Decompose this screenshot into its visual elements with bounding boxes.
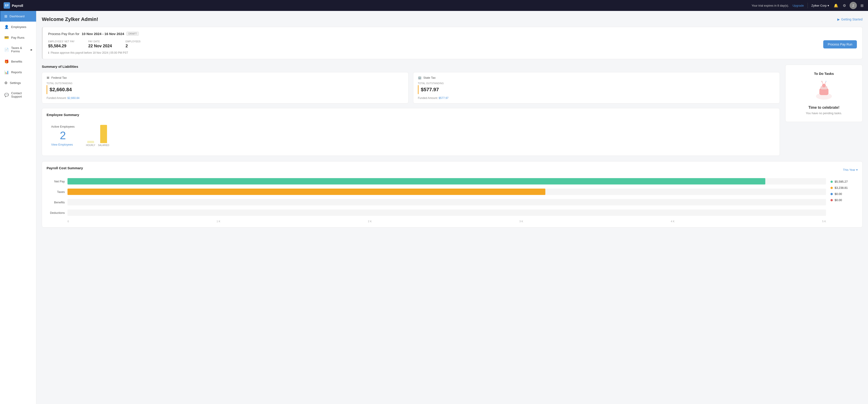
state-outstanding-amount: $577.97 — [421, 87, 439, 93]
federal-outstanding-label: TOTAL OUTSTANDING — [46, 82, 404, 85]
sidebar-item-label: Dashboard — [9, 15, 25, 18]
legend-dot-net-pay — [831, 181, 833, 183]
legend-dot-benefits — [831, 193, 833, 195]
net-pay-stat: EMPLOYEES' NET PAY $5,584.29 — [48, 40, 75, 49]
celebrate-illustration — [812, 79, 835, 102]
net-pay-row-label: Net Pay — [46, 180, 65, 183]
employee-summary-card: Employee Summary Active Employees 2 View… — [42, 108, 780, 156]
grid-icon[interactable]: ⊞ — [860, 2, 864, 9]
play-circle-icon: ▶ — [837, 18, 840, 21]
chart-bars: Net Pay Taxes Benefits — [46, 178, 826, 223]
employees-stat: EMPLOYEES 2 — [126, 40, 141, 49]
todo-tasks-title: To Do Tasks — [790, 71, 858, 76]
sidebar-item-reports[interactable]: 📊 Reports — [0, 67, 36, 78]
benefits-bar-outer — [67, 199, 826, 205]
settings-icon[interactable]: ⚙ — [842, 2, 847, 9]
federal-funded-amount: $2,660.84 — [67, 96, 79, 99]
state-tax-header: 🏢 State Tax — [418, 76, 775, 79]
chevron-down-icon: ▾ — [856, 168, 858, 172]
todo-tasks-section: To Do Tasks Time to celebrate! You have … — [785, 65, 863, 156]
celebrate-title: Time to celebrate! — [790, 106, 858, 110]
reports-icon: 📊 — [4, 70, 9, 75]
chevron-right-icon: ▶ — [31, 49, 32, 51]
pay-runs-icon: 💳 — [4, 35, 9, 40]
chart-container: Net Pay Taxes Benefits — [46, 178, 858, 223]
deductions-row-label: Deductions — [46, 211, 65, 214]
legend-dot-deductions — [831, 199, 833, 201]
app-logo-area: EP Payroll — [4, 2, 23, 9]
topnav-icons: 🔔 ⚙ Z ⊞ — [833, 2, 864, 9]
avatar[interactable]: Z — [849, 2, 857, 9]
legend-benefits: $0.00 — [831, 192, 858, 196]
liabilities-grid: 🏛 Federal Tax TOTAL OUTSTANDING $2,660.8… — [42, 72, 780, 104]
payrun-notice: ℹ Please approve this payroll before 18 … — [48, 51, 857, 54]
hourly-bar-col: HOURLY — [86, 141, 95, 146]
notifications-icon[interactable]: 🔔 — [833, 2, 839, 9]
employee-summary-title: Employee Summary — [46, 113, 775, 117]
page-title: Welcome Zylker Admin! — [42, 17, 98, 22]
support-icon: 💬 — [4, 93, 9, 97]
state-tax-card: 🏢 State Tax TOTAL OUTSTANDING $577.97 Fu… — [413, 72, 780, 104]
sidebar-item-pay-runs[interactable]: 💳 Pay Runs — [0, 32, 36, 43]
taxes-bar-inner — [67, 189, 545, 195]
state-tax-icon: 🏢 — [418, 76, 422, 79]
cost-summary-title: Payroll Cost Summary — [46, 166, 83, 170]
active-employees-label: Active Employees — [51, 125, 74, 128]
net-pay-label: EMPLOYEES' NET PAY — [48, 40, 75, 43]
benefits-row-label: Benefits — [46, 201, 65, 204]
sidebar-item-label: Taxes & Forms — [11, 46, 28, 53]
sidebar-item-settings[interactable]: ⚙ Settings — [0, 78, 36, 88]
col-left: Summary of Liabilities 🏛 Federal Tax TOT… — [42, 65, 780, 156]
net-pay-bar-inner — [67, 178, 765, 184]
company-selector[interactable]: Zylker Corp ▾ — [811, 4, 829, 7]
employees-icon: 👤 — [4, 25, 9, 29]
sidebar-item-label: Benefits — [11, 60, 22, 63]
cost-summary-header: Payroll Cost Summary This Year ▾ — [46, 166, 858, 174]
federal-tax-header: 🏛 Federal Tax — [46, 76, 404, 79]
upgrade-link[interactable]: Upgrade — [793, 4, 804, 7]
legend-deductions: $0.00 — [831, 198, 858, 202]
legend-net-pay: $5,595.27 — [831, 180, 858, 183]
payrun-title: Process Pay Run for 10 Nov 2024 - 16 Nov… — [48, 32, 139, 36]
liabilities-section: Summary of Liabilities 🏛 Federal Tax TOT… — [42, 65, 780, 104]
chart-x-axis: 0 1 K 2 K 3 K 4 K 5 K — [46, 220, 826, 223]
liabilities-title: Summary of Liabilities — [42, 65, 780, 68]
sidebar-item-benefits[interactable]: 🎁 Benefits — [0, 56, 36, 67]
chevron-down-icon: ▾ — [828, 4, 829, 7]
process-pay-run-button[interactable]: Process Pay Run — [823, 40, 857, 49]
sidebar-item-dashboard[interactable]: ⊞ Dashboard — [0, 11, 36, 22]
payrun-header: Process Pay Run for 10 Nov 2024 - 16 Nov… — [48, 32, 857, 36]
hourly-bar-label: HOURLY — [86, 144, 95, 146]
svg-line-4 — [822, 82, 823, 84]
emp-summary-content: Active Employees 2 View Employees HOURLY… — [46, 120, 775, 151]
info-icon: ℹ — [48, 51, 49, 54]
federal-funded-text: Funded Amount: $2,660.84 — [46, 96, 404, 99]
view-employees-button[interactable]: View Employees — [51, 143, 73, 146]
period-select-button[interactable]: This Year ▾ — [843, 168, 858, 172]
salaried-bar-label: SALARIED — [98, 144, 109, 146]
state-tax-label: State Tax — [423, 76, 436, 79]
employee-chart: HOURLY SALARIED — [84, 120, 111, 151]
employees-value: 2 — [126, 44, 141, 49]
sidebar-item-label: Reports — [11, 70, 22, 74]
app-logo: EP — [4, 2, 10, 9]
taxes-row-label: Taxes — [46, 190, 65, 194]
state-outstanding-label: TOTAL OUTSTANDING — [418, 82, 775, 85]
federal-bar-indicator — [46, 85, 47, 94]
svg-point-3 — [822, 84, 826, 87]
salaried-bar-col: SALARIED — [98, 125, 109, 146]
sidebar-item-contact-support[interactable]: 💬 Contact Support — [0, 88, 36, 102]
sidebar-item-employees[interactable]: 👤 Employees — [0, 22, 36, 32]
middle-section: Summary of Liabilities 🏛 Federal Tax TOT… — [42, 65, 863, 156]
state-funded-amount: $577.97 — [438, 96, 448, 99]
employees-label: EMPLOYEES — [126, 40, 141, 43]
active-employees-count: 2 — [51, 130, 74, 141]
benefits-bar-row: Benefits — [46, 199, 826, 205]
sidebar-item-taxes-forms[interactable]: 📄 Taxes & Forms ▶ — [0, 43, 36, 56]
net-pay-bar-outer — [67, 178, 826, 184]
benefits-icon: 🎁 — [4, 59, 9, 64]
getting-started-button[interactable]: ▶ Getting Started — [837, 18, 863, 21]
taxes-bar-outer — [67, 189, 826, 195]
svg-point-7 — [825, 81, 827, 82]
main-content: Welcome Zylker Admin! ▶ Getting Started … — [36, 11, 868, 404]
